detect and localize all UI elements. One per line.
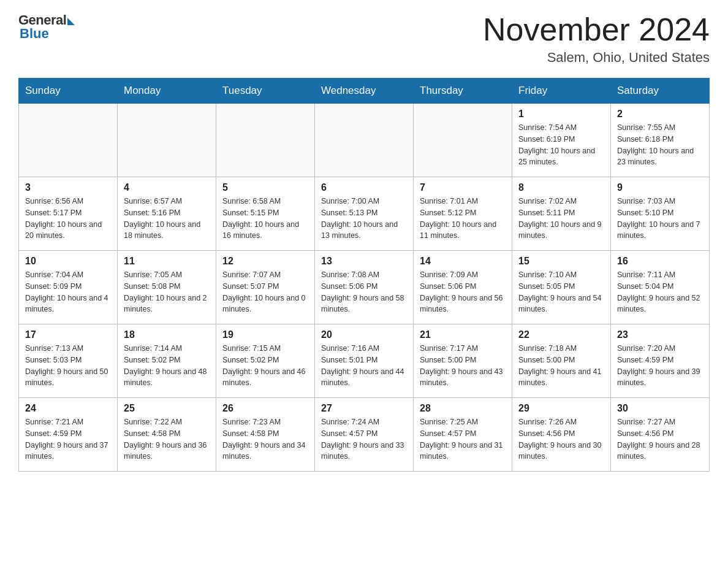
calendar-day-cell: 20Sunrise: 7:16 AMSunset: 5:01 PMDayligh… [315, 324, 414, 398]
day-number: 15 [518, 256, 604, 267]
location-subtitle: Salem, Ohio, United States [483, 50, 710, 66]
calendar-week-row: 3Sunrise: 6:56 AMSunset: 5:17 PMDaylight… [19, 177, 710, 251]
day-number: 28 [420, 403, 506, 414]
day-info: Sunrise: 7:09 AMSunset: 5:06 PMDaylight:… [420, 269, 506, 315]
day-info: Sunrise: 7:26 AMSunset: 4:56 PMDaylight:… [518, 416, 604, 462]
calendar-day-cell: 9Sunrise: 7:03 AMSunset: 5:10 PMDaylight… [611, 177, 710, 251]
calendar-day-cell: 23Sunrise: 7:20 AMSunset: 4:59 PMDayligh… [611, 324, 710, 398]
day-number: 8 [518, 182, 604, 193]
day-info: Sunrise: 7:20 AMSunset: 4:59 PMDaylight:… [617, 343, 703, 389]
day-number: 13 [321, 256, 407, 267]
day-number: 1 [518, 109, 604, 120]
day-info: Sunrise: 6:57 AMSunset: 5:16 PMDaylight:… [124, 196, 210, 242]
day-number: 21 [420, 329, 506, 340]
calendar-day-cell: 30Sunrise: 7:27 AMSunset: 4:56 PMDayligh… [611, 398, 710, 472]
calendar-day-cell: 26Sunrise: 7:23 AMSunset: 4:58 PMDayligh… [216, 398, 315, 472]
calendar-day-cell: 21Sunrise: 7:17 AMSunset: 5:00 PMDayligh… [414, 324, 512, 398]
day-info: Sunrise: 7:05 AMSunset: 5:08 PMDaylight:… [124, 269, 210, 315]
calendar-day-cell: 19Sunrise: 7:15 AMSunset: 5:02 PMDayligh… [216, 324, 315, 398]
day-number: 29 [518, 403, 604, 414]
calendar-day-cell: 27Sunrise: 7:24 AMSunset: 4:57 PMDayligh… [315, 398, 414, 472]
page-header: General Blue November 2024 Salem, Ohio, … [18, 12, 710, 66]
calendar-day-cell [315, 104, 414, 177]
day-number: 16 [617, 256, 703, 267]
day-info: Sunrise: 7:16 AMSunset: 5:01 PMDaylight:… [321, 343, 407, 389]
calendar-weekday-header: Wednesday [315, 79, 414, 104]
day-info: Sunrise: 7:07 AMSunset: 5:07 PMDaylight:… [222, 269, 308, 315]
day-info: Sunrise: 7:54 AMSunset: 6:19 PMDaylight:… [518, 122, 604, 168]
calendar-table: SundayMondayTuesdayWednesdayThursdayFrid… [18, 78, 710, 472]
day-number: 20 [321, 329, 407, 340]
calendar-day-cell: 12Sunrise: 7:07 AMSunset: 5:07 PMDayligh… [216, 251, 315, 324]
day-info: Sunrise: 7:27 AMSunset: 4:56 PMDaylight:… [617, 416, 703, 462]
calendar-day-cell: 13Sunrise: 7:08 AMSunset: 5:06 PMDayligh… [315, 251, 414, 324]
calendar-day-cell: 16Sunrise: 7:11 AMSunset: 5:04 PMDayligh… [611, 251, 710, 324]
day-info: Sunrise: 7:55 AMSunset: 6:18 PMDaylight:… [617, 122, 703, 168]
calendar-day-cell: 18Sunrise: 7:14 AMSunset: 5:02 PMDayligh… [118, 324, 216, 398]
day-info: Sunrise: 7:23 AMSunset: 4:58 PMDaylight:… [222, 416, 308, 462]
calendar-header-row: SundayMondayTuesdayWednesdayThursdayFrid… [19, 79, 710, 104]
day-number: 6 [321, 182, 407, 193]
day-number: 26 [222, 403, 308, 414]
calendar-day-cell: 22Sunrise: 7:18 AMSunset: 5:00 PMDayligh… [512, 324, 611, 398]
day-number: 25 [124, 403, 210, 414]
calendar-day-cell: 2Sunrise: 7:55 AMSunset: 6:18 PMDaylight… [611, 104, 710, 177]
calendar-weekday-header: Saturday [611, 79, 710, 104]
day-number: 2 [617, 109, 703, 120]
calendar-day-cell: 6Sunrise: 7:00 AMSunset: 5:13 PMDaylight… [315, 177, 414, 251]
day-info: Sunrise: 7:11 AMSunset: 5:04 PMDaylight:… [617, 269, 703, 315]
calendar-day-cell: 3Sunrise: 6:56 AMSunset: 5:17 PMDaylight… [19, 177, 118, 251]
calendar-day-cell: 7Sunrise: 7:01 AMSunset: 5:12 PMDaylight… [414, 177, 512, 251]
logo-blue-text: Blue [20, 26, 49, 42]
calendar-day-cell: 4Sunrise: 6:57 AMSunset: 5:16 PMDaylight… [118, 177, 216, 251]
day-number: 5 [222, 182, 308, 193]
day-number: 18 [124, 329, 210, 340]
day-number: 10 [25, 256, 111, 267]
day-info: Sunrise: 7:18 AMSunset: 5:00 PMDaylight:… [518, 343, 604, 389]
day-info: Sunrise: 7:13 AMSunset: 5:03 PMDaylight:… [25, 343, 111, 389]
calendar-day-cell: 17Sunrise: 7:13 AMSunset: 5:03 PMDayligh… [19, 324, 118, 398]
day-info: Sunrise: 7:03 AMSunset: 5:10 PMDaylight:… [617, 196, 703, 242]
day-info: Sunrise: 7:24 AMSunset: 4:57 PMDaylight:… [321, 416, 407, 462]
calendar-day-cell: 8Sunrise: 7:02 AMSunset: 5:11 PMDaylight… [512, 177, 611, 251]
calendar-week-row: 1Sunrise: 7:54 AMSunset: 6:19 PMDaylight… [19, 104, 710, 177]
calendar-day-cell [118, 104, 216, 177]
calendar-day-cell [216, 104, 315, 177]
day-info: Sunrise: 7:25 AMSunset: 4:57 PMDaylight:… [420, 416, 506, 462]
calendar-day-cell: 28Sunrise: 7:25 AMSunset: 4:57 PMDayligh… [414, 398, 512, 472]
day-info: Sunrise: 7:15 AMSunset: 5:02 PMDaylight:… [222, 343, 308, 389]
day-info: Sunrise: 7:10 AMSunset: 5:05 PMDaylight:… [518, 269, 604, 315]
day-number: 11 [124, 256, 210, 267]
calendar-day-cell: 15Sunrise: 7:10 AMSunset: 5:05 PMDayligh… [512, 251, 611, 324]
calendar-week-row: 24Sunrise: 7:21 AMSunset: 4:59 PMDayligh… [19, 398, 710, 472]
day-info: Sunrise: 7:04 AMSunset: 5:09 PMDaylight:… [25, 269, 111, 315]
calendar-day-cell: 29Sunrise: 7:26 AMSunset: 4:56 PMDayligh… [512, 398, 611, 472]
month-year-title: November 2024 [483, 12, 710, 47]
calendar-weekday-header: Sunday [19, 79, 118, 104]
day-info: Sunrise: 6:56 AMSunset: 5:17 PMDaylight:… [25, 196, 111, 242]
day-info: Sunrise: 7:01 AMSunset: 5:12 PMDaylight:… [420, 196, 506, 242]
day-number: 14 [420, 256, 506, 267]
calendar-day-cell: 1Sunrise: 7:54 AMSunset: 6:19 PMDaylight… [512, 104, 611, 177]
calendar-weekday-header: Tuesday [216, 79, 315, 104]
day-info: Sunrise: 7:14 AMSunset: 5:02 PMDaylight:… [124, 343, 210, 389]
day-number: 17 [25, 329, 111, 340]
logo-triangle-icon [67, 18, 75, 25]
day-number: 22 [518, 329, 604, 340]
day-info: Sunrise: 7:08 AMSunset: 5:06 PMDaylight:… [321, 269, 407, 315]
calendar-day-cell: 10Sunrise: 7:04 AMSunset: 5:09 PMDayligh… [19, 251, 118, 324]
calendar-day-cell: 5Sunrise: 6:58 AMSunset: 5:15 PMDaylight… [216, 177, 315, 251]
calendar-weekday-header: Monday [118, 79, 216, 104]
day-number: 23 [617, 329, 703, 340]
day-number: 30 [617, 403, 703, 414]
day-info: Sunrise: 7:00 AMSunset: 5:13 PMDaylight:… [321, 196, 407, 242]
title-section: November 2024 Salem, Ohio, United States [483, 12, 710, 66]
day-number: 24 [25, 403, 111, 414]
calendar-week-row: 10Sunrise: 7:04 AMSunset: 5:09 PMDayligh… [19, 251, 710, 324]
day-info: Sunrise: 7:22 AMSunset: 4:58 PMDaylight:… [124, 416, 210, 462]
calendar-week-row: 17Sunrise: 7:13 AMSunset: 5:03 PMDayligh… [19, 324, 710, 398]
day-number: 19 [222, 329, 308, 340]
day-number: 27 [321, 403, 407, 414]
day-number: 4 [124, 182, 210, 193]
day-info: Sunrise: 7:21 AMSunset: 4:59 PMDaylight:… [25, 416, 111, 462]
